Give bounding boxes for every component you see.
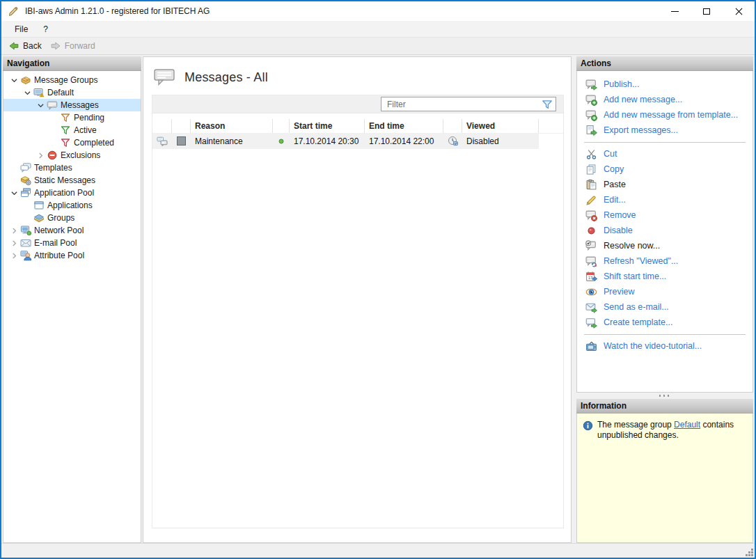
chevron-down-icon[interactable] bbox=[9, 75, 19, 86]
shift-start-time-icon: 17 bbox=[585, 271, 597, 283]
export-messages-icon bbox=[585, 125, 597, 136]
send-email-icon bbox=[585, 301, 597, 313]
column-header-icon-1[interactable] bbox=[172, 119, 191, 133]
page-title-block: Messages - All bbox=[152, 66, 268, 88]
tree-item-pending[interactable]: Pending bbox=[3, 111, 141, 124]
chevron-down-icon[interactable] bbox=[22, 88, 33, 98]
action-label: Cut bbox=[604, 149, 617, 159]
chevron-right-icon[interactable] bbox=[9, 251, 19, 261]
action-refresh-viewed[interactable]: Refresh "Viewed"... bbox=[577, 253, 753, 269]
tree-item-active[interactable]: Active bbox=[3, 124, 141, 136]
action-copy[interactable]: Copy bbox=[577, 162, 753, 177]
edit-icon bbox=[585, 194, 597, 206]
tree-item-exclusions[interactable]: Exclusions bbox=[3, 149, 141, 162]
menu-item-help[interactable]: ? bbox=[36, 21, 56, 37]
action-publish[interactable]: Publish... bbox=[577, 77, 753, 92]
window-title: IBI-aws Admin 1.21.0 - registered for IB… bbox=[25, 6, 210, 16]
svg-text:17: 17 bbox=[588, 276, 592, 280]
action-export-messages[interactable]: Export messages... bbox=[577, 123, 753, 138]
action-label: Edit... bbox=[604, 195, 626, 205]
remove-icon bbox=[585, 210, 597, 221]
action-resolve-now[interactable]: Resolve now... bbox=[577, 238, 753, 253]
tree-item-static-messages[interactable]: Static Messages bbox=[3, 174, 141, 187]
tree-item-templates[interactable]: Templates bbox=[3, 162, 141, 174]
close-button[interactable] bbox=[723, 1, 755, 21]
menu-item-file[interactable]: File bbox=[7, 21, 36, 37]
action-paste[interactable]: Paste bbox=[577, 177, 753, 192]
chevron-right-icon[interactable] bbox=[9, 238, 19, 249]
tree-indent bbox=[3, 130, 49, 131]
tree-indent bbox=[3, 205, 22, 206]
tree-item-attribute-pool[interactable]: Attribute Pool bbox=[3, 249, 141, 262]
action-label: Disable bbox=[604, 226, 633, 235]
action-label: Watch the video-tutorial... bbox=[604, 341, 702, 351]
action-label: Shift start time... bbox=[604, 271, 666, 281]
action-watch-the-video-tutorial[interactable]: Watch the video-tutorial... bbox=[577, 338, 753, 354]
action-label: Create template... bbox=[604, 317, 672, 327]
column-header-start-time[interactable]: Start time bbox=[290, 119, 365, 133]
attribute-pool-icon bbox=[20, 250, 31, 261]
action-disable[interactable]: Disable bbox=[577, 223, 753, 238]
action-create-template[interactable]: Create template... bbox=[577, 315, 753, 330]
action-send-as-e-mail[interactable]: Send as e-mail... bbox=[577, 299, 753, 315]
tree-expander-placeholder bbox=[49, 113, 59, 123]
tree-item-message-groups[interactable]: Message Groups bbox=[3, 74, 141, 86]
app-icon bbox=[8, 6, 19, 17]
tree-item-network-pool[interactable]: Network Pool bbox=[3, 224, 141, 237]
tree-item-default[interactable]: Default bbox=[3, 86, 141, 99]
tree-item-messages[interactable]: Messages bbox=[3, 99, 141, 111]
filter-input[interactable] bbox=[381, 100, 541, 109]
tree-item-groups[interactable]: Groups bbox=[3, 212, 141, 224]
tree-indent bbox=[3, 230, 9, 231]
tree-item-label: Network Pool bbox=[34, 226, 86, 235]
tool-bar: Back Forward bbox=[1, 38, 755, 55]
disable-icon bbox=[585, 225, 597, 237]
action-cut[interactable]: Cut bbox=[577, 146, 753, 162]
tree-item-e-mail-pool[interactable]: E-mail Pool bbox=[3, 237, 141, 249]
tree-item-applications[interactable]: Applications bbox=[3, 199, 141, 212]
action-add-new-message[interactable]: Add new message... bbox=[577, 92, 753, 107]
action-label: Export messages... bbox=[604, 125, 678, 135]
filter-funnel-icon[interactable] bbox=[541, 98, 553, 111]
column-header-viewed[interactable]: Viewed bbox=[462, 119, 539, 133]
messages-title-icon bbox=[152, 66, 176, 88]
message-group-default-icon bbox=[33, 87, 45, 98]
forward-button[interactable]: Forward bbox=[47, 39, 101, 53]
column-header-icon-3[interactable] bbox=[273, 119, 290, 133]
column-header-end-time[interactable]: End time bbox=[365, 119, 443, 133]
content-area: Navigation Message GroupsDefaultMessages… bbox=[1, 55, 755, 543]
minimize-button[interactable] bbox=[659, 1, 691, 21]
table-row[interactable]: Maintenance17.10.2014 20:3017.10.2014 22… bbox=[152, 134, 539, 149]
cell-reason: Maintenance bbox=[191, 136, 273, 146]
back-button[interactable]: Back bbox=[6, 39, 47, 53]
chevron-right-icon[interactable] bbox=[9, 226, 19, 236]
resize-grip[interactable] bbox=[745, 548, 754, 557]
tree-item-completed[interactable]: Completed bbox=[3, 136, 141, 149]
action-label: Refresh "Viewed"... bbox=[604, 256, 678, 266]
column-header-icon-0[interactable] bbox=[152, 119, 172, 133]
action-preview[interactable]: Preview bbox=[577, 284, 753, 299]
default-group-link[interactable]: Default bbox=[674, 420, 700, 430]
tree-indent bbox=[3, 93, 22, 93]
action-remove[interactable]: Remove bbox=[577, 207, 753, 223]
chevron-right-icon[interactable] bbox=[36, 150, 46, 161]
navigation-tree: Message GroupsDefaultMessagesPendingActi… bbox=[3, 71, 141, 543]
messages-icon bbox=[47, 100, 58, 111]
column-header-icon-6[interactable] bbox=[443, 119, 462, 133]
column-header-reason[interactable]: Reason bbox=[191, 119, 273, 133]
video-tutorial-icon bbox=[585, 340, 597, 352]
network-pool-icon bbox=[20, 225, 31, 236]
chevron-down-icon[interactable] bbox=[36, 100, 46, 111]
action-add-new-message-from-template[interactable]: Add new message from template... bbox=[577, 107, 753, 123]
action-shift-start-time[interactable]: 17Shift start time... bbox=[577, 269, 753, 284]
tree-item-application-pool[interactable]: Application Pool bbox=[3, 187, 141, 199]
maximize-button[interactable] bbox=[691, 1, 723, 21]
tree-item-label: Templates bbox=[34, 163, 75, 173]
grid-body: Maintenance17.10.2014 20:3017.10.2014 22… bbox=[152, 134, 563, 149]
chevron-down-icon[interactable] bbox=[9, 188, 19, 198]
panel-splitter[interactable] bbox=[576, 393, 753, 399]
tree-item-label: Completed bbox=[74, 138, 117, 148]
filter-active-icon bbox=[60, 125, 71, 136]
action-label: Paste bbox=[604, 180, 626, 189]
action-edit[interactable]: Edit... bbox=[577, 192, 753, 207]
